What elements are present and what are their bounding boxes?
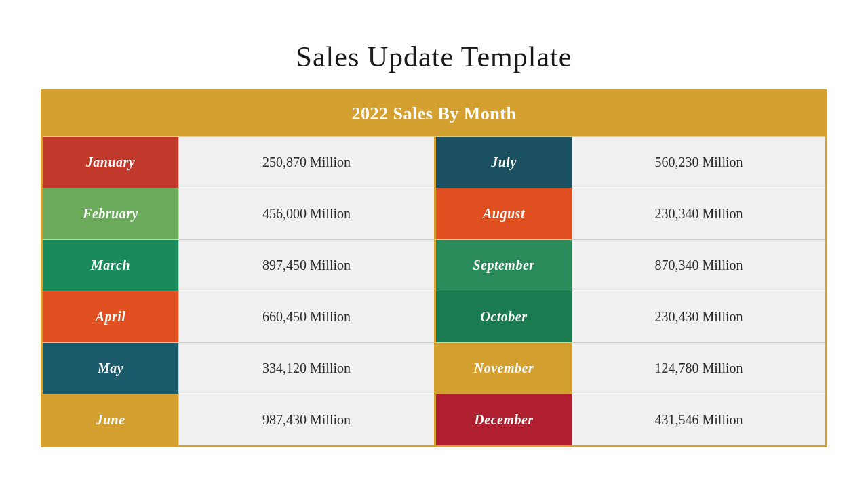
value-cell: 897,450 Million	[178, 240, 434, 291]
value-cell: 660,450 Million	[178, 291, 434, 342]
month-label: May	[98, 361, 123, 376]
table-row: April660,450 Million	[43, 291, 434, 342]
value-cell: 560,230 Million	[572, 137, 825, 188]
month-cell: March	[43, 240, 178, 291]
table-row: June987,430 Million	[43, 394, 434, 445]
right-half: July560,230 MillionAugust230,340 Million…	[434, 136, 825, 445]
table-body: January250,870 MillionFebruary456,000 Mi…	[43, 136, 825, 445]
month-cell: January	[43, 137, 178, 188]
month-cell: May	[43, 343, 178, 394]
month-label: June	[96, 412, 125, 428]
month-label: February	[83, 206, 138, 222]
month-cell: September	[436, 240, 572, 291]
table-row: December431,546 Million	[434, 394, 825, 445]
sales-table: 2022 Sales By Month January250,870 Milli…	[41, 89, 827, 447]
table-row: July560,230 Million	[434, 136, 825, 188]
value-cell: 250,870 Million	[178, 137, 434, 188]
table-header: 2022 Sales By Month	[43, 92, 825, 136]
month-cell: December	[436, 394, 572, 445]
value-cell: 230,430 Million	[572, 291, 825, 342]
month-label: September	[473, 258, 534, 273]
table-row: May334,120 Million	[43, 342, 434, 394]
left-half: January250,870 MillionFebruary456,000 Mi…	[43, 136, 434, 445]
month-label: July	[491, 155, 517, 170]
table-row: March897,450 Million	[43, 239, 434, 291]
month-label: October	[480, 309, 527, 325]
page-title: Sales Update Template	[296, 41, 572, 73]
table-row: August230,340 Million	[434, 188, 825, 239]
value-cell: 987,430 Million	[178, 394, 434, 445]
value-cell: 870,340 Million	[572, 240, 825, 291]
value-cell: 456,000 Million	[178, 188, 434, 239]
month-cell: November	[436, 343, 572, 394]
value-cell: 431,546 Million	[572, 394, 825, 445]
month-cell: April	[43, 291, 178, 342]
month-label: November	[474, 361, 534, 376]
table-row: November124,780 Million	[434, 342, 825, 394]
table-row: January250,870 Million	[43, 136, 434, 188]
table-row: October230,430 Million	[434, 291, 825, 342]
month-label: December	[474, 412, 533, 428]
month-cell: June	[43, 394, 178, 445]
month-cell: October	[436, 291, 572, 342]
month-label: August	[483, 206, 525, 222]
month-label: April	[96, 309, 126, 325]
page-wrapper: Sales Update Template 2022 Sales By Mont…	[0, 0, 868, 488]
value-cell: 334,120 Million	[178, 343, 434, 394]
table-row: September870,340 Million	[434, 239, 825, 291]
month-cell: July	[436, 137, 572, 188]
table-header-text: 2022 Sales By Month	[352, 104, 517, 123]
value-cell: 124,780 Million	[572, 343, 825, 394]
table-row: February456,000 Million	[43, 188, 434, 239]
value-cell: 230,340 Million	[572, 188, 825, 239]
month-cell: August	[436, 188, 572, 239]
month-label: March	[91, 258, 130, 273]
month-label: January	[86, 155, 135, 170]
month-cell: February	[43, 188, 178, 239]
